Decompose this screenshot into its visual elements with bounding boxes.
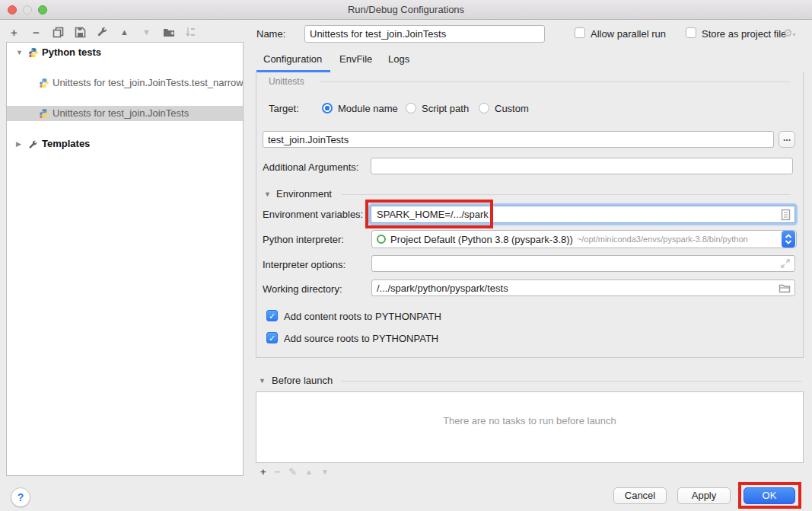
python-tests-icon (28, 47, 39, 58)
help-button[interactable]: ? (11, 487, 30, 507)
python-test-icon (39, 78, 49, 88)
tree-item-unittests-jointests-selected[interactable]: Unittests for test_join.JoinTests (7, 106, 243, 121)
configurations-toolbar: + − ▲ ▼ (8, 24, 197, 40)
target-custom-label: Custom (495, 103, 529, 114)
configuration-panel: Unittests Target: Module name Script pat… (256, 72, 804, 358)
tab-envfile[interactable]: EnvFile (339, 53, 372, 70)
move-up-icon[interactable]: ▲ (118, 26, 131, 39)
target-label: Target: (269, 103, 299, 114)
additional-arguments-label: Additional Arguments: (263, 161, 358, 173)
remove-task-icon[interactable]: − (275, 466, 281, 477)
tree-item-label: Python tests (42, 45, 101, 60)
folder-icon[interactable] (779, 283, 791, 295)
cancel-button[interactable]: Cancel (613, 487, 667, 504)
apply-button[interactable]: Apply (677, 487, 731, 504)
gear-caret-icon: ▾ (793, 31, 796, 38)
save-configuration-icon[interactable] (74, 26, 87, 39)
ok-button[interactable]: OK (744, 487, 795, 504)
target-custom-radio[interactable] (479, 103, 489, 113)
before-launch-collapse-icon[interactable]: ▼ (259, 377, 266, 385)
add-source-roots-checkbox[interactable]: ✓ (266, 332, 278, 343)
before-launch-toolbar: + − ✎ ▲ ▼ (260, 465, 329, 478)
run-debug-configurations-dialog: Run/Debug Configurations + − ▲ ▼ ▼ Pyth (0, 0, 812, 511)
allow-parallel-run-label: Allow parallel run (591, 28, 666, 40)
interpreter-options-label: Interpreter options: (263, 259, 345, 270)
environment-variables-value: SPARK_HOME=/.../spark (377, 209, 489, 220)
wrench-icon (28, 139, 39, 150)
new-folder-icon[interactable] (162, 26, 175, 39)
environment-collapse-icon[interactable]: ▼ (264, 190, 271, 198)
before-launch-task-list: There are no tasks to run before launch (256, 391, 804, 463)
python-interpreter-path: ~/opt/miniconda3/envs/pyspark-3.8/bin/py… (577, 235, 748, 244)
add-task-icon[interactable]: + (260, 466, 266, 477)
move-task-up-icon[interactable]: ▲ (305, 468, 313, 476)
expand-field-icon[interactable] (780, 258, 791, 271)
group-divider (320, 81, 791, 82)
move-down-icon[interactable]: ▼ (140, 26, 153, 39)
interpreter-options-input[interactable] (371, 255, 795, 272)
tab-logs[interactable]: Logs (388, 53, 409, 70)
title-bar: Run/Debug Configurations (0, 0, 812, 20)
group-divider (341, 381, 802, 382)
working-directory-input[interactable]: /.../spark/python/pyspark/tests (371, 279, 795, 296)
target-module-name-label: Module name (338, 103, 398, 114)
working-directory-label: Working directory: (263, 283, 342, 295)
environment-variables-input[interactable]: SPARK_HOME=/.../spark (371, 206, 795, 223)
no-tasks-message: There are no tasks to run before launch (256, 415, 803, 426)
environment-variables-label: Environment variables: (263, 209, 363, 220)
interpreter-dropdown-stepper-icon[interactable] (782, 231, 795, 248)
tree-item-templates[interactable]: ▶ Templates (7, 136, 243, 152)
tree-item-python-tests[interactable]: ▼ Python tests (7, 45, 243, 60)
window-title: Run/Debug Configurations (0, 4, 812, 15)
add-content-roots-label: Add content roots to PYTHONPATH (284, 311, 441, 322)
env-variables-list-icon[interactable] (781, 209, 791, 223)
store-as-project-file-label: Store as project file (702, 28, 786, 40)
tree-item-label: Unittests for test_join.JoinTests (53, 106, 189, 121)
gear-icon[interactable]: ⚙▾ (783, 27, 796, 39)
name-label: Name: (256, 28, 285, 40)
add-source-roots-label: Add source roots to PYTHONPATH (284, 333, 438, 344)
python-test-icon (39, 108, 49, 119)
python-interpreter-select[interactable]: Project Default (Python 3.8 (pyspark-3.8… (371, 230, 797, 248)
environment-section-title: Environment (276, 188, 332, 200)
edit-task-icon[interactable]: ✎ (288, 466, 297, 477)
chevron-down-icon[interactable]: ▼ (16, 45, 25, 60)
target-module-input[interactable]: test_join.JoinTests (263, 131, 774, 148)
add-configuration-icon[interactable]: + (8, 26, 21, 39)
tree-item-label: Unittests for test_join.JoinTests.test_n… (53, 75, 244, 91)
browse-button[interactable]: ... (779, 131, 795, 148)
target-module-name-radio[interactable] (322, 103, 333, 113)
target-script-path-radio[interactable] (406, 103, 416, 113)
tree-item-label: Templates (42, 136, 90, 152)
edit-templates-wrench-icon[interactable] (96, 26, 109, 39)
additional-arguments-input[interactable] (371, 158, 793, 174)
target-script-path-label: Script path (422, 103, 469, 114)
copy-configuration-icon[interactable] (52, 26, 65, 39)
move-task-down-icon[interactable]: ▼ (321, 468, 329, 476)
tab-configuration[interactable]: Configuration (263, 53, 322, 70)
python-interpreter-label: Python interpreter: (263, 234, 344, 245)
allow-parallel-run-checkbox[interactable] (575, 27, 585, 38)
configurations-tree: ▼ Python tests Unittests for test_join.J… (6, 42, 244, 476)
tree-item-unittests-test-narrow[interactable]: Unittests for test_join.JoinTests.test_n… (7, 75, 243, 91)
name-input[interactable]: Unittests for test_join.JoinTests (304, 25, 545, 43)
chevron-right-icon[interactable]: ▶ (16, 136, 25, 152)
before-launch-section-title: Before launch (272, 375, 333, 386)
group-divider (342, 194, 791, 195)
python-interpreter-value: Project Default (Python 3.8 (pyspark-3.8… (390, 234, 573, 245)
remove-configuration-icon[interactable]: − (30, 26, 43, 39)
add-content-roots-checkbox[interactable]: ✓ (266, 310, 278, 321)
conda-environment-icon (377, 235, 386, 244)
store-as-project-file-checkbox[interactable] (686, 27, 696, 38)
unittests-group-title: Unittests (269, 76, 304, 87)
sort-configurations-icon[interactable] (184, 26, 197, 39)
